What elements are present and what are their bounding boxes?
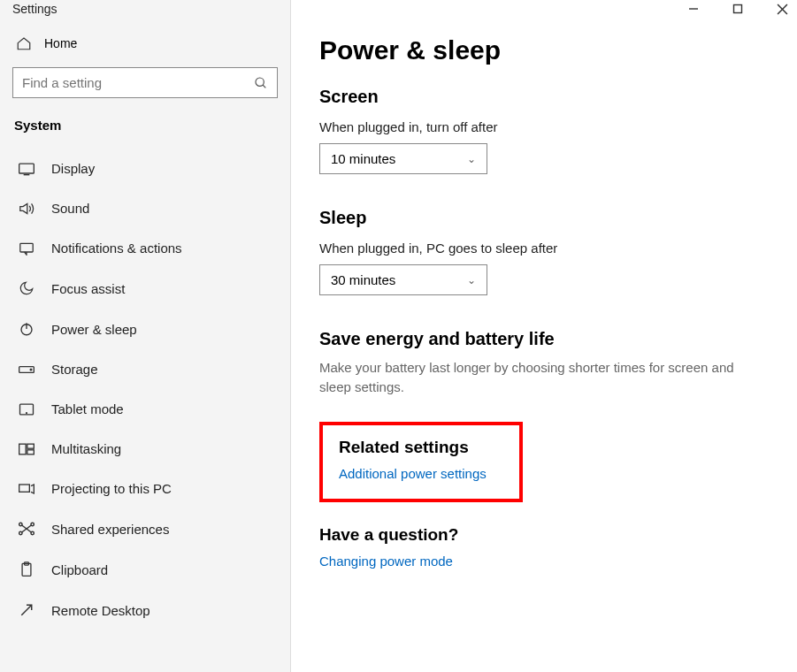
svg-rect-13 xyxy=(27,449,34,454)
screen-off-value: 10 minutes xyxy=(331,151,395,166)
sidebar-item-label: Clipboard xyxy=(51,562,108,577)
home-nav[interactable]: Home xyxy=(12,25,278,62)
svg-point-0 xyxy=(256,78,264,86)
sidebar-item-sound[interactable]: Sound xyxy=(12,188,278,228)
svg-rect-4 xyxy=(20,243,33,252)
sidebar-item-label: Tablet mode xyxy=(51,401,124,416)
home-label: Home xyxy=(44,36,77,50)
sidebar-item-display[interactable]: Display xyxy=(12,149,278,188)
search-input[interactable] xyxy=(22,75,254,90)
sidebar-item-label: Focus assist xyxy=(51,281,125,296)
home-icon xyxy=(16,35,32,51)
svg-point-10 xyxy=(27,412,27,413)
sidebar-item-projecting[interactable]: Projecting to this PC xyxy=(12,469,278,508)
energy-description: Make your battery last longer by choosin… xyxy=(319,358,762,397)
sidebar-item-power[interactable]: Power & sleep xyxy=(12,309,278,349)
svg-rect-12 xyxy=(27,444,34,448)
search-icon xyxy=(254,76,268,90)
sleep-value: 30 minutes xyxy=(331,272,395,287)
energy-heading: Save energy and battery life xyxy=(319,329,770,349)
page-title: Power & sleep xyxy=(319,35,770,65)
display-icon xyxy=(18,162,35,176)
related-heading: Related settings xyxy=(339,438,503,457)
sidebar-item-label: Remote Desktop xyxy=(51,603,150,618)
related-settings-highlight: Related settings Additional power settin… xyxy=(319,422,523,502)
minimize-button[interactable] xyxy=(683,2,704,17)
category-label: System xyxy=(12,114,278,149)
multitask-icon xyxy=(18,442,35,456)
chevron-down-icon: ⌄ xyxy=(467,274,476,286)
sleep-heading: Sleep xyxy=(319,208,770,228)
sidebar-item-focus[interactable]: Focus assist xyxy=(12,268,278,309)
shared-icon xyxy=(18,521,35,537)
sidebar-item-label: Display xyxy=(51,161,95,176)
sleep-label: When plugged in, PC goes to sleep after xyxy=(319,241,770,256)
settings-window: Settings Home System Display Sound xyxy=(0,0,797,672)
svg-point-17 xyxy=(19,523,22,525)
sidebar-item-multitasking[interactable]: Multitasking xyxy=(12,429,278,469)
sidebar-item-shared[interactable]: Shared experiences xyxy=(12,508,278,549)
remote-icon xyxy=(18,602,35,618)
tablet-icon xyxy=(18,402,35,416)
sidebar-item-label: Sound xyxy=(51,201,89,216)
svg-point-19 xyxy=(19,531,22,534)
chevron-down-icon: ⌄ xyxy=(467,153,476,165)
window-controls xyxy=(683,2,793,17)
svg-point-18 xyxy=(31,523,34,525)
sidebar: Settings Home System Display Sound xyxy=(0,0,290,672)
sleep-dropdown[interactable]: 30 minutes ⌄ xyxy=(319,264,487,295)
power-icon xyxy=(18,321,35,337)
changing-power-mode-link[interactable]: Changing power mode xyxy=(319,554,770,569)
main-content: Power & sleep Screen When plugged in, tu… xyxy=(290,0,797,672)
focus-icon xyxy=(18,280,35,296)
sidebar-item-clipboard[interactable]: Clipboard xyxy=(12,549,278,590)
screen-heading: Screen xyxy=(319,87,770,107)
svg-rect-11 xyxy=(19,444,27,454)
sidebar-item-storage[interactable]: Storage xyxy=(12,349,278,389)
svg-point-20 xyxy=(31,531,34,534)
close-button[interactable] xyxy=(771,2,793,17)
sound-icon xyxy=(18,202,35,216)
svg-rect-2 xyxy=(19,164,34,173)
screen-off-label: When plugged in, turn off after xyxy=(319,119,770,134)
sidebar-item-label: Projecting to this PC xyxy=(51,481,172,496)
sidebar-item-label: Storage xyxy=(51,362,98,377)
nav-list: Display Sound Notifications & actions Fo… xyxy=(12,149,278,630)
sidebar-item-tablet[interactable]: Tablet mode xyxy=(12,389,278,429)
screen-off-dropdown[interactable]: 10 minutes ⌄ xyxy=(319,143,487,174)
maximize-button[interactable] xyxy=(727,2,748,17)
svg-point-8 xyxy=(30,369,32,370)
question-heading: Have a question? xyxy=(319,525,770,545)
sidebar-item-label: Power & sleep xyxy=(51,322,137,337)
sidebar-item-label: Multitasking xyxy=(51,441,121,456)
svg-line-1 xyxy=(263,85,265,88)
svg-rect-25 xyxy=(734,5,742,13)
sidebar-item-notifications[interactable]: Notifications & actions xyxy=(12,228,278,268)
clipboard-icon xyxy=(18,561,35,577)
sidebar-item-remote[interactable]: Remote Desktop xyxy=(12,590,278,630)
storage-icon xyxy=(18,363,35,376)
sidebar-item-label: Shared experiences xyxy=(51,522,169,537)
app-title: Settings xyxy=(12,0,278,25)
notifications-icon xyxy=(18,241,35,256)
sidebar-item-label: Notifications & actions xyxy=(51,241,182,256)
projecting-icon xyxy=(18,482,35,496)
svg-line-23 xyxy=(21,605,31,615)
additional-power-settings-link[interactable]: Additional power settings xyxy=(339,466,503,481)
search-input-container[interactable] xyxy=(12,67,278,98)
svg-rect-14 xyxy=(19,485,30,492)
